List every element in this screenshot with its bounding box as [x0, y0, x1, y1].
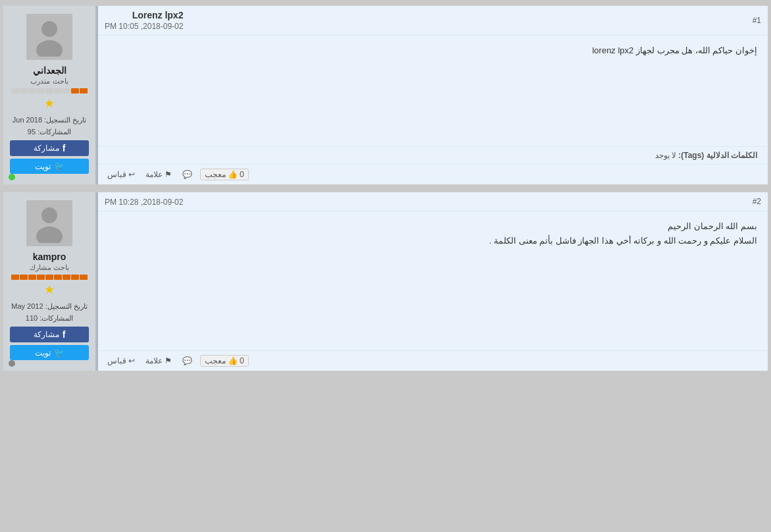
facebook-button-1[interactable]: f مشاركة	[10, 140, 89, 156]
flag-label: علامة	[146, 170, 163, 179]
post-actions-2: 0 👍 معجب💬⚑ علامة↩ قباس	[98, 350, 768, 371]
rank-block-5	[45, 88, 53, 93]
like-count-2: 0	[240, 356, 244, 365]
rank-block-2	[71, 275, 79, 280]
star-icon-1: ★	[44, 96, 55, 111]
sidebar-1: الجعدانيباحث متدرب★تاريخ التسجيل: Jun 20…	[3, 6, 95, 184]
rank-block-8	[20, 88, 28, 93]
meta-info-1: تاريخ التسجيل: Jun 2018المشاركات: 95	[13, 115, 86, 138]
post-author-1: Lorenz lpx2	[105, 10, 183, 20]
twitter-button-1[interactable]: 🐦 تويت	[10, 159, 89, 174]
like-icon: 👍	[228, 170, 238, 179]
user-title-1: باحث متدرب	[30, 77, 68, 86]
sidebar-2: kamproباحث مشارك★تاريخ التسجيل: May 2012…	[3, 192, 95, 371]
svg-point-3	[36, 226, 63, 243]
rank-block-2	[71, 88, 79, 93]
rank-block-7	[28, 275, 36, 280]
like-icon: 👍	[228, 356, 238, 365]
facebook-icon: f	[63, 329, 66, 340]
post-header-1: #1Lorenz lpx22018-09-02, 10:05 PM	[98, 6, 768, 36]
post-1: #1Lorenz lpx22018-09-02, 10:05 PMإخوان ح…	[3, 5, 768, 185]
username-1: الجعداني	[33, 65, 66, 76]
twitter-icon: 🐦	[54, 161, 65, 171]
rank-block-6	[37, 275, 45, 280]
post-header-2: #22018-09-02, 10:28 PM	[98, 192, 768, 211]
rank-block-7	[28, 88, 36, 93]
post-date-1: 2018-09-02, 10:05 PM	[105, 22, 183, 31]
username-2: kampro	[33, 252, 66, 262]
rank-block-5	[45, 275, 53, 280]
online-indicator-2	[9, 360, 15, 367]
post-number-2: #2	[753, 197, 761, 206]
flag-button-2[interactable]: ⚑ علامة	[143, 355, 174, 367]
rank-block-9	[11, 275, 19, 280]
post-date-2: 2018-09-02, 10:28 PM	[105, 198, 183, 207]
post-tags-1: الكلمات الدلالية (Tags): لا يوجد	[98, 146, 768, 164]
svg-point-1	[36, 40, 63, 57]
rank-block-4	[54, 88, 62, 93]
chat-icon: 💬	[182, 170, 192, 179]
chat-button-2[interactable]: 💬	[180, 355, 195, 367]
reply-icon: ↩	[128, 170, 135, 179]
rank-block-3	[63, 275, 70, 280]
post-body-2: بسم الله الرحمان الرحيمالسلام عليكم و رح…	[98, 211, 768, 350]
reply-button-2[interactable]: ↩ قباس	[105, 355, 138, 367]
meta-info-2: تاريخ التسجيل: May 2012المشاركات: 110	[11, 301, 87, 324]
online-indicator-1	[9, 174, 15, 180]
flag-button-1[interactable]: ⚑ علامة	[143, 169, 174, 180]
facebook-button-2[interactable]: f مشاركة	[10, 327, 89, 342]
rank-block-1	[80, 275, 88, 280]
avatar-1	[26, 14, 72, 60]
twitter-button-2[interactable]: 🐦 تويت	[10, 345, 89, 360]
facebook-icon: f	[63, 143, 66, 153]
rank-block-9	[11, 88, 19, 93]
like-box-1[interactable]: 0 👍 معجب	[200, 169, 249, 180]
facebook-label: مشاركة	[34, 330, 59, 339]
post-body-1: إخوان حياكم الله، هل مجرب لجهاز lorenz l…	[98, 36, 768, 146]
rank-block-6	[37, 88, 45, 93]
flag-label: علامة	[146, 356, 163, 365]
twitter-label: تويت	[35, 348, 51, 358]
reply-label: قباس	[107, 170, 126, 179]
rank-bar-1	[11, 88, 88, 93]
rank-block-3	[63, 88, 70, 93]
twitter-label: تويت	[35, 162, 51, 171]
reply-button-1[interactable]: ↩ قباس	[105, 169, 138, 180]
rank-block-8	[20, 275, 28, 280]
chat-button-1[interactable]: 💬	[180, 169, 195, 180]
twitter-icon: 🐦	[54, 348, 65, 358]
chat-icon: 💬	[182, 356, 192, 365]
post-number-1: #1	[753, 16, 761, 25]
post-actions-1: 0 👍 معجب💬⚑ علامة↩ قباس	[98, 164, 768, 184]
rank-bar-2	[11, 275, 88, 280]
like-count-1: 0	[240, 170, 244, 179]
rank-block-4	[54, 275, 62, 280]
divider-bar-2	[95, 192, 98, 371]
svg-point-0	[41, 21, 57, 37]
reply-label: قباس	[107, 356, 126, 365]
like-label: معجب	[205, 170, 226, 179]
user-title-2: باحث مشارك	[30, 263, 69, 272]
like-label: معجب	[205, 356, 226, 365]
divider-bar-1	[95, 6, 98, 184]
star-icon-2: ★	[44, 282, 55, 297]
facebook-label: مشاركة	[34, 144, 59, 153]
rank-block-1	[80, 88, 88, 93]
flag-icon: ⚑	[165, 356, 172, 365]
flag-icon: ⚑	[165, 170, 172, 179]
posts-container: #1Lorenz lpx22018-09-02, 10:05 PMإخوان ح…	[0, 0, 771, 383]
post-2: #22018-09-02, 10:28 PMبسم الله الرحمان ا…	[3, 192, 768, 371]
reply-icon: ↩	[128, 356, 135, 365]
avatar-2	[26, 200, 72, 246]
svg-point-2	[41, 207, 57, 223]
like-box-2[interactable]: 0 👍 معجب	[200, 355, 249, 367]
